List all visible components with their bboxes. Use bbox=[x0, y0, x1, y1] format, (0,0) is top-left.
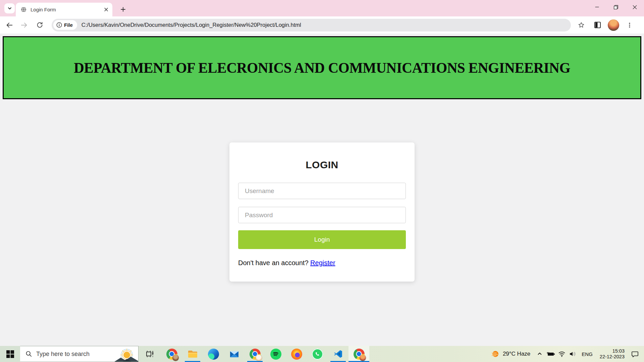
volume-status[interactable] bbox=[567, 346, 578, 362]
taskbar-chrome-profile-a-button[interactable] bbox=[161, 346, 182, 362]
profile-avatar[interactable] bbox=[608, 19, 619, 31]
back-arrow-icon bbox=[6, 21, 13, 29]
menu-dots-icon bbox=[627, 22, 633, 28]
window-restore-button[interactable] bbox=[606, 0, 625, 14]
battery-status[interactable] bbox=[545, 346, 556, 362]
browser-toolbar: File C:/Users/Kavin/OneDrive/Documents/P… bbox=[0, 16, 644, 34]
weather-highlight-art bbox=[113, 346, 138, 362]
new-tab-button[interactable] bbox=[118, 4, 128, 14]
screen: Login Form bbox=[0, 0, 644, 362]
login-card: LOGIN Login Don't have an account? Regis… bbox=[229, 142, 415, 282]
weather-widget[interactable]: 29°C Haze bbox=[487, 346, 534, 362]
search-icon bbox=[25, 351, 32, 357]
login-title: LOGIN bbox=[229, 159, 415, 171]
username-input[interactable] bbox=[238, 183, 406, 199]
bookmark-star-icon bbox=[578, 21, 585, 29]
windows-taskbar: Type here to search bbox=[0, 346, 644, 362]
spotify-icon bbox=[270, 349, 281, 360]
chrome-icon bbox=[166, 349, 177, 360]
windows-logo-icon bbox=[6, 350, 14, 358]
reload-icon bbox=[36, 21, 43, 28]
taskbar-edge-button[interactable] bbox=[203, 346, 224, 362]
battery-plugged-icon bbox=[546, 351, 555, 357]
bookmark-button[interactable] bbox=[576, 19, 587, 31]
search-placeholder: Type here to search bbox=[36, 351, 90, 358]
whatsapp-icon bbox=[312, 349, 323, 360]
plus-icon bbox=[120, 7, 126, 12]
browser-tab[interactable]: Login Form bbox=[16, 3, 112, 16]
file-scheme-chip[interactable]: File bbox=[53, 20, 77, 30]
taskbar-apps bbox=[161, 346, 369, 362]
clock-widget[interactable]: 15:03 22-12-2023 bbox=[596, 346, 628, 362]
browser-titlebar: Login Form bbox=[0, 0, 644, 16]
register-link[interactable]: Register bbox=[310, 259, 335, 266]
globe-favicon-icon bbox=[20, 6, 27, 13]
side-panel-icon bbox=[594, 21, 601, 28]
reload-button[interactable] bbox=[34, 19, 45, 31]
system-tray: 29°C Haze ENG 15:03 22-12-2023 bbox=[487, 346, 644, 362]
info-icon bbox=[56, 22, 62, 28]
tray-overflow-button[interactable] bbox=[534, 346, 545, 362]
taskbar-spotify-button[interactable] bbox=[265, 346, 286, 362]
url-text: C:/Users/Kavin/OneDrive/Documents/Projec… bbox=[82, 22, 301, 28]
haze-sun-icon bbox=[491, 350, 500, 359]
edge-icon bbox=[208, 349, 219, 360]
side-panel-button[interactable] bbox=[592, 19, 603, 31]
profile-sunset-avatar bbox=[360, 355, 366, 361]
tab-close-icon[interactable] bbox=[103, 7, 109, 13]
chrome-icon bbox=[354, 349, 365, 360]
taskbar-firefox-button[interactable] bbox=[286, 346, 307, 362]
wifi-icon bbox=[558, 351, 566, 357]
browser-menu-button[interactable] bbox=[624, 19, 635, 31]
task-view-icon bbox=[146, 350, 154, 358]
clock-date: 22-12-2023 bbox=[600, 354, 625, 360]
file-chip-label: File bbox=[64, 22, 73, 28]
tab-title: Login Form bbox=[31, 7, 103, 12]
mail-icon bbox=[229, 350, 239, 359]
close-icon bbox=[632, 5, 637, 10]
clock-time: 15:03 bbox=[612, 348, 625, 354]
action-center-icon bbox=[631, 351, 639, 358]
department-banner: DEPARTMENT OF ELECRONICS AND COMMUNICATI… bbox=[3, 36, 641, 99]
task-view-button[interactable] bbox=[139, 346, 161, 362]
chrome-icon bbox=[250, 349, 261, 360]
restore-icon bbox=[613, 5, 619, 10]
forward-button[interactable] bbox=[18, 19, 30, 31]
profile-a-avatar bbox=[172, 355, 179, 361]
taskbar-whatsapp-button[interactable] bbox=[307, 346, 328, 362]
taskbar-mail-button[interactable] bbox=[224, 346, 245, 362]
window-minimize-button[interactable] bbox=[588, 0, 606, 14]
taskbar-vscode-button[interactable] bbox=[328, 346, 348, 362]
taskbar-file-explorer-button[interactable] bbox=[182, 346, 203, 362]
taskbar-search-input[interactable]: Type here to search bbox=[20, 346, 139, 362]
chevron-down-icon bbox=[7, 6, 12, 11]
register-prompt: Don't have an account? bbox=[238, 259, 309, 266]
banner-heading: DEPARTMENT OF ELECRONICS AND COMMUNICATI… bbox=[74, 59, 570, 76]
profile-b-avatar bbox=[256, 355, 262, 361]
window-close-button[interactable] bbox=[625, 0, 644, 14]
action-center-button[interactable] bbox=[628, 346, 642, 362]
address-bar[interactable]: File C:/Users/Kavin/OneDrive/Documents/P… bbox=[52, 19, 571, 32]
register-row: Don't have an account? Register bbox=[238, 259, 335, 267]
volume-icon bbox=[569, 351, 576, 357]
chevron-up-icon bbox=[537, 351, 542, 357]
taskbar-chrome-active-button[interactable] bbox=[348, 346, 369, 362]
webpage-viewport: DEPARTMENT OF ELECRONICS AND COMMUNICATI… bbox=[0, 34, 644, 346]
toolbar-actions bbox=[576, 19, 635, 31]
tab-search-button[interactable] bbox=[4, 3, 15, 13]
vscode-icon bbox=[333, 349, 343, 359]
weather-text: 29°C Haze bbox=[503, 351, 530, 357]
minimize-icon bbox=[595, 5, 599, 9]
file-explorer-icon bbox=[187, 350, 198, 359]
language-indicator[interactable]: ENG bbox=[578, 346, 596, 362]
login-button[interactable]: Login bbox=[238, 230, 406, 249]
taskbar-chrome-profile-b-button[interactable] bbox=[245, 346, 265, 362]
firefox-icon bbox=[291, 349, 302, 360]
network-status[interactable] bbox=[556, 346, 567, 362]
back-button[interactable] bbox=[4, 19, 15, 31]
window-controls bbox=[588, 0, 644, 14]
forward-arrow-icon bbox=[20, 21, 28, 29]
start-button[interactable] bbox=[0, 346, 20, 362]
password-input[interactable] bbox=[238, 207, 406, 223]
